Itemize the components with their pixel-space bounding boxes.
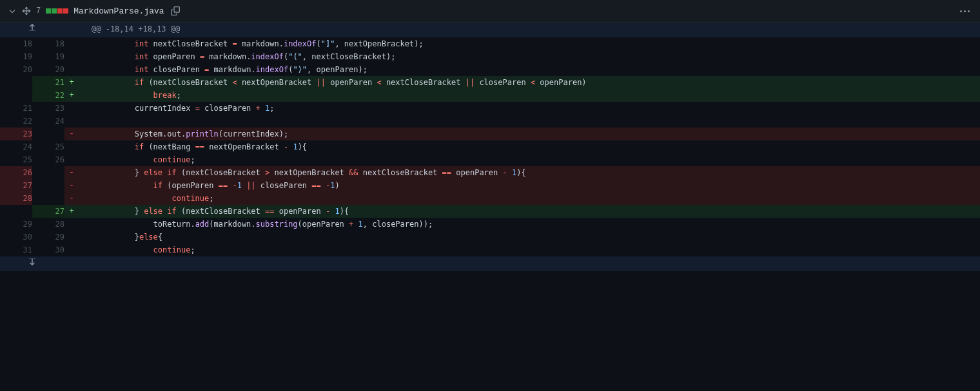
diff-line-added: 27+ } else if (nextCloseBracket == openP… [0, 205, 980, 218]
diff-marker [64, 153, 79, 166]
diff-line-context: 3029 }else{ [0, 231, 980, 243]
expand-down-button[interactable] [0, 256, 64, 271]
diff-line-context: 2123 currentIndex = closeParen + 1; [0, 102, 980, 115]
diff-line-context: 2020 int closeParen = markdown.indexOf("… [0, 63, 980, 76]
code-content: break; [79, 89, 980, 102]
diff-marker [64, 243, 79, 256]
diff-marker: - [64, 166, 79, 179]
code-content: if (nextCloseBracket < nextOpenBracket |… [79, 76, 980, 89]
diff-line-context: 2526 continue; [0, 153, 980, 166]
old-line-number[interactable]: 24 [0, 140, 32, 153]
old-line-number[interactable]: 20 [0, 63, 32, 76]
new-line-number[interactable] [32, 179, 64, 192]
old-line-number[interactable]: 18 [0, 37, 32, 50]
expand-up-button[interactable] [0, 23, 64, 37]
code-content [79, 115, 980, 128]
diff-marker: + [64, 205, 79, 218]
old-line-number[interactable]: 27 [0, 179, 32, 192]
diff-line-context: 3130 continue; [0, 243, 980, 256]
diff-line-context: 1818 int nextCloseBracket = markdown.ind… [0, 37, 980, 50]
new-line-number[interactable]: 24 [32, 115, 64, 128]
code-content: } else if (nextCloseBracket > nextOpenBr… [79, 166, 980, 179]
new-line-number[interactable]: 28 [32, 218, 64, 231]
diff-line-context: 2224 [0, 115, 980, 128]
new-line-number[interactable]: 22 [32, 89, 64, 102]
new-line-number[interactable]: 18 [32, 37, 64, 50]
new-line-number[interactable]: 27 [32, 205, 64, 218]
old-line-number[interactable]: 19 [0, 50, 32, 63]
code-content: continue; [79, 192, 980, 205]
copy-path-icon[interactable] [170, 5, 181, 17]
collapse-chevron-icon[interactable] [8, 6, 17, 15]
code-content: System.out.println(currentIndex); [79, 128, 980, 140]
new-line-number[interactable]: 30 [32, 243, 64, 256]
expand-footer-row [0, 256, 980, 271]
diff-marker [64, 102, 79, 115]
code-content: }else{ [79, 231, 980, 243]
new-line-number[interactable] [32, 192, 64, 205]
old-line-number[interactable]: 30 [0, 231, 32, 243]
new-line-number[interactable]: 23 [32, 102, 64, 115]
old-line-number[interactable]: 28 [0, 192, 32, 205]
old-line-number[interactable]: 21 [0, 102, 32, 115]
diff-line-deleted: 26- } else if (nextCloseBracket > nextOp… [0, 166, 980, 179]
diff-table: @@ -18,14 +18,13 @@1818 int nextCloseBra… [0, 23, 980, 271]
change-count: 7 [36, 6, 41, 15]
old-line-number[interactable]: 26 [0, 166, 32, 179]
old-line-number[interactable]: 22 [0, 115, 32, 128]
diff-line-context: 1919 int openParen = markdown.indexOf("(… [0, 50, 980, 63]
code-content: toReturn.add(markdown.substring(openPare… [79, 218, 980, 231]
code-content: } else if (nextCloseBracket == openParen… [79, 205, 980, 218]
new-line-number[interactable] [32, 128, 64, 140]
hunk-header-text: @@ -18,14 +18,13 @@ [79, 23, 980, 37]
file-header: 7 MarkdownParse.java [0, 0, 980, 23]
diff-marker: - [64, 179, 79, 192]
diff-line-added: 22+ break; [0, 89, 980, 102]
code-content: int nextCloseBracket = markdown.indexOf(… [79, 37, 980, 50]
svg-rect-1 [29, 258, 35, 259]
old-line-number[interactable] [0, 89, 32, 102]
code-content: if (nextBang == nextOpenBracket - 1){ [79, 140, 980, 153]
new-line-number[interactable]: 20 [32, 63, 64, 76]
code-content: if (openParen == -1 || closeParen == -1) [79, 179, 980, 192]
diff-marker: + [64, 76, 79, 89]
diff-marker [64, 115, 79, 128]
new-line-number[interactable] [32, 166, 64, 179]
diff-marker: - [64, 192, 79, 205]
diff-marker [64, 231, 79, 243]
old-line-number[interactable] [0, 205, 32, 218]
code-content: int openParen = markdown.indexOf("(", ne… [79, 50, 980, 63]
diff-marker [64, 37, 79, 50]
code-content: int closeParen = markdown.indexOf(")", o… [79, 63, 980, 76]
diff-marker [64, 218, 79, 231]
new-line-number[interactable]: 29 [32, 231, 64, 243]
new-line-number[interactable]: 19 [32, 50, 64, 63]
new-line-number[interactable]: 26 [32, 153, 64, 166]
diff-line-deleted: 28- continue; [0, 192, 980, 205]
old-line-number[interactable]: 31 [0, 243, 32, 256]
diff-line-context: 2425 if (nextBang == nextOpenBracket - 1… [0, 140, 980, 153]
expand-all-icon[interactable] [22, 6, 31, 15]
diffstat [46, 8, 68, 14]
old-line-number[interactable]: 25 [0, 153, 32, 166]
old-line-number[interactable] [0, 76, 32, 89]
diff-marker [64, 63, 79, 76]
diff-marker: - [64, 128, 79, 140]
new-line-number[interactable]: 25 [32, 140, 64, 153]
file-actions-menu-icon[interactable] [957, 8, 972, 15]
filename-link[interactable]: MarkdownParse.java [74, 6, 164, 16]
old-line-number[interactable]: 29 [0, 218, 32, 231]
svg-rect-0 [29, 30, 35, 31]
old-line-number[interactable]: 23 [0, 128, 32, 140]
code-content: currentIndex = closeParen + 1; [79, 102, 980, 115]
diff-marker [64, 140, 79, 153]
hunk-marker [64, 23, 79, 37]
code-content: continue; [79, 243, 980, 256]
diff-line-deleted: 23- System.out.println(currentIndex); [0, 128, 980, 140]
diff-marker [64, 50, 79, 63]
hunk-header-row: @@ -18,14 +18,13 @@ [0, 23, 980, 37]
file-header-left: 7 MarkdownParse.java [8, 5, 181, 17]
code-content: continue; [79, 153, 980, 166]
diff-line-context: 2928 toReturn.add(markdown.substring(ope… [0, 218, 980, 231]
new-line-number[interactable]: 21 [32, 76, 64, 89]
